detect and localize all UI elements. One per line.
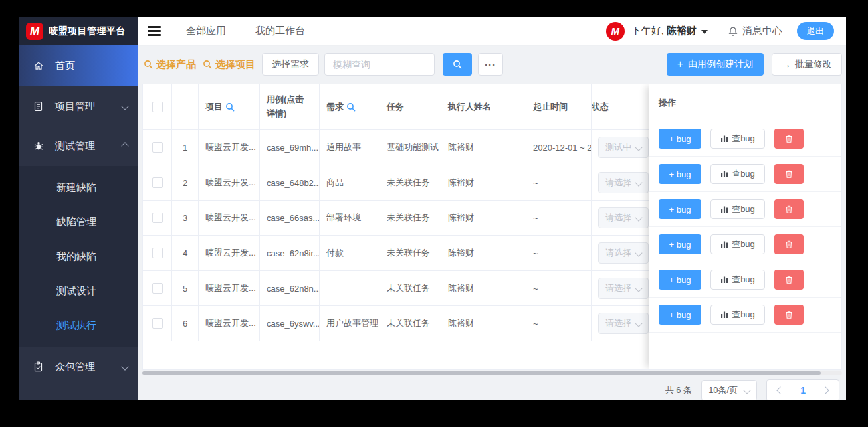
delete-button[interactable] xyxy=(774,305,804,325)
username: 陈裕财 xyxy=(667,25,697,36)
sidebar-menu: 首页项目管理测试管理新建缺陷缺陷管理我的缺陷测试设计测试执行众包管理 xyxy=(19,45,138,386)
view-bug-button[interactable]: 查bug xyxy=(710,199,765,219)
case-cell[interactable]: case_66sas... xyxy=(260,201,320,235)
view-bug-button[interactable]: 查bug xyxy=(710,164,765,184)
delete-button[interactable] xyxy=(774,129,804,149)
sidebar-subitem[interactable]: 测试执行 xyxy=(19,308,138,343)
column-header: 起止时间 xyxy=(526,84,592,129)
next-page-icon[interactable] xyxy=(821,386,829,394)
add-bug-button[interactable]: + bug xyxy=(659,305,701,325)
case-cell[interactable]: case_6yswv... xyxy=(260,306,320,341)
sidebar-item-test[interactable]: 测试管理 xyxy=(19,126,138,166)
sidebar-subitem[interactable]: 测试设计 xyxy=(19,274,138,308)
pager: 1 xyxy=(766,379,839,400)
scrollbar-thumb[interactable] xyxy=(142,371,821,375)
horizontal-scrollbar[interactable] xyxy=(142,371,842,375)
case-cell[interactable]: case_648b2... xyxy=(260,165,320,200)
sidebar-subitem[interactable]: 缺陷管理 xyxy=(19,205,138,239)
column-search-icon[interactable] xyxy=(225,102,235,112)
current-page[interactable]: 1 xyxy=(800,385,806,396)
bar-chart-icon xyxy=(720,240,728,248)
sidebar-item-partial[interactable] xyxy=(19,386,138,400)
delete-button[interactable] xyxy=(774,199,804,219)
tab-all-apps[interactable]: 全部应用 xyxy=(186,25,226,37)
user-greeting[interactable]: 下午好, 陈裕财 xyxy=(631,25,697,37)
search-icon xyxy=(144,60,153,69)
row-actions: + bug查bug xyxy=(649,262,841,298)
sidebar-submenu: 新建缺陷缺陷管理我的缺陷测试设计测试执行 xyxy=(19,166,138,347)
topbar: 全部应用 我的工作台 M 下午好, 陈裕财 消息中心 退出 xyxy=(138,17,846,46)
avatar[interactable]: M xyxy=(606,22,625,41)
sidebar-item-crowd[interactable]: 众包管理 xyxy=(19,347,138,386)
row-checkbox[interactable] xyxy=(152,213,163,223)
sidebar-item-home[interactable]: 首页 xyxy=(19,45,138,86)
view-bug-button[interactable]: 查bug xyxy=(710,129,765,149)
add-bug-button[interactable]: + bug xyxy=(659,234,701,254)
add-bug-button[interactable]: + bug xyxy=(659,164,701,184)
bar-chart-icon xyxy=(720,135,728,143)
more-button[interactable]: ··· xyxy=(478,53,503,76)
view-bug-button[interactable]: 查bug xyxy=(710,234,765,254)
logout-button[interactable]: 退出 xyxy=(797,22,834,40)
add-bug-button[interactable]: + bug xyxy=(659,270,701,290)
select-product-link[interactable]: 选择产品 xyxy=(144,58,196,71)
hamburger-menu-icon[interactable] xyxy=(148,26,161,36)
requirement-cell: 付款 xyxy=(320,236,380,270)
topbar-right: M 下午好, 陈裕财 消息中心 退出 xyxy=(606,22,834,41)
status-select[interactable]: 请选择 xyxy=(598,313,649,334)
page-size-select[interactable]: 10条/页 xyxy=(701,380,757,400)
sidebar-subitem[interactable]: 新建缺陷 xyxy=(19,170,138,205)
prev-page-icon[interactable] xyxy=(777,386,784,394)
batch-edit-button[interactable]: → 批量修改 xyxy=(772,53,842,76)
create-plan-button[interactable]: + 由用例创建计划 xyxy=(667,53,764,76)
case-cell[interactable]: case_62n8n... xyxy=(260,271,320,305)
sidebar-item-label: 众包管理 xyxy=(55,361,95,373)
add-bug-button[interactable]: + bug xyxy=(659,129,701,149)
arrow-right-icon: → xyxy=(782,59,791,70)
delete-button[interactable] xyxy=(774,164,804,184)
date-range-cell: ~ xyxy=(526,201,592,235)
column-header: 项目 xyxy=(199,84,260,129)
fuzzy-search-input[interactable] xyxy=(324,53,435,76)
add-bug-button[interactable]: + bug xyxy=(659,199,701,219)
view-bug-button[interactable]: 查bug xyxy=(710,305,765,325)
row-checkbox[interactable] xyxy=(152,318,163,329)
row-checkbox[interactable] xyxy=(152,283,163,294)
index-cell: 6 xyxy=(172,306,199,341)
sidebar-item-label: 首页 xyxy=(55,60,75,72)
user-dropdown-caret-icon[interactable] xyxy=(701,30,708,34)
sidebar-item-label: 项目管理 xyxy=(55,100,95,113)
row-checkbox[interactable] xyxy=(152,142,163,153)
row-checkbox[interactable] xyxy=(152,177,163,188)
row-checkbox[interactable] xyxy=(152,248,163,258)
status-select[interactable]: 请选择 xyxy=(598,278,649,299)
sidebar-item-project[interactable]: 项目管理 xyxy=(19,86,138,126)
status-select[interactable]: 测试中 xyxy=(598,137,649,158)
view-bug-button[interactable]: 查bug xyxy=(710,270,765,290)
case-cell[interactable]: case_62n8ir... xyxy=(260,236,320,270)
sidebar: M 唛盟项目管理平台 首页项目管理测试管理新建缺陷缺陷管理我的缺陷测试设计测试执… xyxy=(19,17,138,400)
case-cell[interactable]: case_69mh... xyxy=(260,130,320,165)
search-button[interactable] xyxy=(443,53,472,76)
select-project-link[interactable]: 选择项目 xyxy=(203,58,255,71)
status-select[interactable]: 请选择 xyxy=(598,172,649,193)
message-center-link[interactable]: 消息中心 xyxy=(728,25,782,37)
delete-button[interactable] xyxy=(774,270,804,290)
delete-button[interactable] xyxy=(774,234,804,254)
project-cell: 唛盟云开发... xyxy=(199,271,260,305)
project-cell: 唛盟云开发... xyxy=(199,201,260,235)
status-select[interactable]: 请选择 xyxy=(598,207,649,228)
column-header: 用例(点击详情) xyxy=(260,84,320,129)
column-search-icon[interactable] xyxy=(346,102,356,112)
checkbox-cell xyxy=(143,236,172,270)
page-size-label: 10条/页 xyxy=(708,384,738,396)
date-range-cell: ~ xyxy=(526,165,592,200)
bar-chart-icon xyxy=(720,170,728,178)
select-requirement-button[interactable]: 选择需求 xyxy=(262,53,319,76)
select-all-checkbox[interactable] xyxy=(152,102,163,112)
sidebar-subitem[interactable]: 我的缺陷 xyxy=(19,239,138,274)
chevron-down-icon xyxy=(744,386,751,394)
status-select[interactable]: 请选择 xyxy=(598,242,649,264)
tab-my-workspace[interactable]: 我的工作台 xyxy=(255,25,305,37)
row-actions: + bug查bug xyxy=(649,157,841,192)
